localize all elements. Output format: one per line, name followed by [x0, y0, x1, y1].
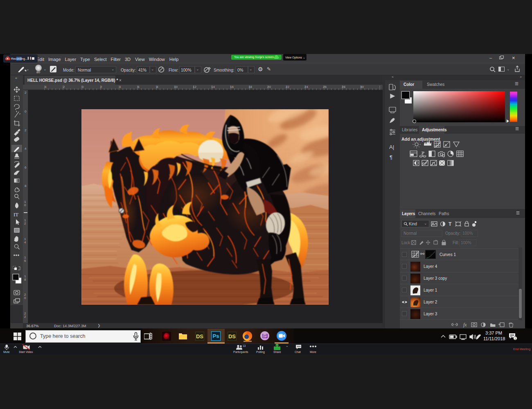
svg-text:13: 13	[243, 344, 246, 347]
svg-text:0: 0	[24, 203, 26, 207]
svg-text:14: 14	[211, 85, 215, 89]
svg-text:2: 2	[25, 128, 27, 132]
svg-text:«: «	[15, 76, 17, 80]
svg-text:22: 22	[286, 85, 289, 89]
svg-text:fx: fx	[463, 322, 467, 328]
svg-text:8: 8	[25, 184, 27, 188]
svg-text:26: 26	[323, 85, 327, 89]
svg-text:6: 6	[24, 259, 26, 263]
svg-text:4: 4	[45, 85, 47, 89]
svg-text:24: 24	[304, 85, 308, 89]
svg-text:4: 4	[119, 85, 121, 89]
svg-text:0: 0	[25, 110, 27, 113]
svg-text:4: 4	[24, 240, 26, 244]
svg-text:T: T	[449, 221, 452, 227]
svg-text:0: 0	[24, 296, 26, 300]
svg-text:IT: IT	[14, 211, 18, 218]
svg-text:4: 4	[25, 147, 27, 151]
svg-text:¶: ¶	[390, 154, 392, 160]
svg-text:2: 2	[24, 222, 26, 225]
svg-text:28: 28	[342, 85, 345, 89]
svg-text:6: 6	[138, 85, 140, 89]
svg-text:30: 30	[360, 85, 364, 89]
svg-text:0: 0	[82, 85, 84, 89]
svg-text:8: 8	[24, 278, 26, 281]
svg-text:A|: A|	[389, 144, 394, 150]
svg-text:2: 2	[25, 91, 27, 94]
svg-text:10: 10	[174, 85, 178, 89]
svg-text:1: 1	[514, 337, 516, 340]
svg-text:6: 6	[25, 166, 27, 169]
svg-text:16: 16	[230, 85, 234, 89]
svg-text:12: 12	[193, 85, 196, 89]
svg-text:2: 2	[100, 85, 102, 89]
svg-text:18: 18	[248, 85, 252, 89]
svg-text:2: 2	[24, 315, 26, 319]
svg-text:8: 8	[156, 85, 158, 89]
svg-text:20: 20	[267, 85, 271, 89]
svg-text:2: 2	[63, 85, 65, 89]
